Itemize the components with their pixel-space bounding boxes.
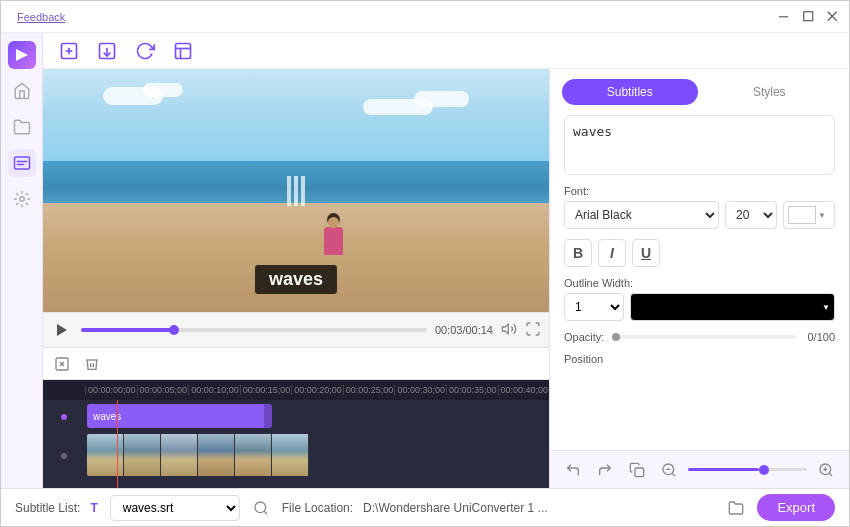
ruler-mark-4: 00:00:20;00 xyxy=(291,385,343,395)
progress-track[interactable] xyxy=(81,328,427,332)
undo-button[interactable] xyxy=(560,457,586,483)
ruler-mark-5: 00:00:25;00 xyxy=(343,385,395,395)
import-button[interactable] xyxy=(93,37,121,65)
redo-button[interactable] xyxy=(592,457,618,483)
video-preview: waves xyxy=(43,69,549,312)
italic-button[interactable]: I xyxy=(598,239,626,267)
video-subtitle-overlay: waves xyxy=(255,265,337,294)
refresh-button[interactable] xyxy=(131,37,159,65)
content-area: waves 00:03/00:14 xyxy=(43,33,849,488)
minimize-button[interactable] xyxy=(777,9,793,25)
timeline-btn-1[interactable] xyxy=(51,353,73,375)
svg-rect-20 xyxy=(635,468,644,477)
sidebar-item-files[interactable] xyxy=(8,113,36,141)
zoom-track[interactable] xyxy=(688,468,807,471)
track-labels xyxy=(43,400,85,488)
app-logo xyxy=(8,41,36,69)
fullscreen-button[interactable] xyxy=(525,321,541,340)
bottom-bar: Subtitle List: T waves.srt File Location… xyxy=(1,488,849,526)
playhead[interactable] xyxy=(117,400,118,488)
svg-line-22 xyxy=(672,473,675,476)
settings-button[interactable] xyxy=(169,37,197,65)
tab-styles[interactable]: Styles xyxy=(702,79,838,105)
video-track-indicator xyxy=(61,453,67,459)
file-location-value: D:\Wondershare UniConverter 1 ... xyxy=(363,501,715,515)
svg-line-25 xyxy=(829,473,832,476)
work-area: waves 00:03/00:14 xyxy=(43,69,849,488)
sidebar-item-home[interactable] xyxy=(8,77,36,105)
svg-marker-16 xyxy=(502,324,508,333)
maximize-button[interactable] xyxy=(801,9,817,25)
outline-section: Outline Width: 1 ▼ xyxy=(564,277,835,321)
font-size-select[interactable]: 20 xyxy=(725,201,777,229)
text-color-arrow: ▼ xyxy=(818,211,826,220)
cloud-4 xyxy=(414,91,469,107)
subtitle-clip-resize-handle[interactable] xyxy=(264,404,272,428)
timeline-section: 00:00:00;00 00:00:05;00 00:00:10;00 00:0… xyxy=(43,348,549,488)
feedback-link[interactable]: Feedback xyxy=(17,11,65,23)
play-button[interactable] xyxy=(51,319,73,341)
underline-button[interactable]: U xyxy=(632,239,660,267)
window-controls xyxy=(777,9,841,25)
opacity-value: 0/100 xyxy=(805,331,835,343)
zoom-out-button[interactable] xyxy=(656,457,682,483)
copy-button[interactable] xyxy=(624,457,650,483)
export-button[interactable]: Export xyxy=(757,494,835,521)
subtitle-text-input[interactable] xyxy=(564,115,835,175)
filmstrip-frame-2 xyxy=(124,434,161,476)
filmstrip-frame-3 xyxy=(161,434,198,476)
tab-subtitles[interactable]: Subtitles xyxy=(562,79,698,105)
top-toolbar xyxy=(43,33,849,69)
outline-width-select[interactable]: 1 xyxy=(564,293,624,321)
ruler-mark-0: 00:00:00;00 xyxy=(85,385,137,395)
right-panel: Subtitles Styles Font: Arial Black xyxy=(549,69,849,488)
subtitle-clip[interactable]: waves xyxy=(87,404,272,428)
video-filmstrip[interactable] xyxy=(87,434,309,476)
cloud-2 xyxy=(143,83,183,97)
text-color-swatch xyxy=(788,206,816,224)
track-label-video xyxy=(43,434,85,478)
subtitle-track-indicator xyxy=(61,414,67,420)
svg-rect-1 xyxy=(804,11,813,20)
tracks-area: waves xyxy=(85,400,549,488)
svg-rect-0 xyxy=(779,16,788,17)
text-color-picker[interactable]: ▼ xyxy=(783,201,835,229)
track-label-subtitle xyxy=(43,404,85,430)
outline-label: Outline Width: xyxy=(564,277,835,289)
ruler-mark-6: 00:00:30;00 xyxy=(394,385,446,395)
file-location-label: File Location: xyxy=(282,501,353,515)
bold-button[interactable]: B xyxy=(564,239,592,267)
ruler-mark-1: 00:00:05;00 xyxy=(137,385,189,395)
new-project-button[interactable] xyxy=(55,37,83,65)
search-subtitle-button[interactable] xyxy=(250,497,272,519)
outline-row: 1 ▼ xyxy=(564,293,835,321)
video-section: waves 00:03/00:14 xyxy=(43,69,549,488)
timeline-tracks: waves xyxy=(43,400,549,488)
svg-rect-4 xyxy=(14,157,29,169)
sidebar xyxy=(1,33,43,488)
volume-button[interactable] xyxy=(501,321,517,340)
opacity-track[interactable] xyxy=(612,335,797,339)
svg-point-7 xyxy=(19,197,24,202)
outline-color-picker[interactable]: ▼ xyxy=(630,293,835,321)
position-label: Position xyxy=(564,353,835,365)
close-button[interactable] xyxy=(825,9,841,25)
ruler-marks: 00:00:00;00 00:00:05;00 00:00:10;00 00:0… xyxy=(43,385,549,395)
sidebar-item-effects[interactable] xyxy=(8,185,36,213)
font-select[interactable]: Arial Black xyxy=(564,201,719,229)
svg-point-28 xyxy=(255,502,266,513)
timeline-btn-2[interactable] xyxy=(81,353,103,375)
outline-color-arrow: ▼ xyxy=(822,303,830,312)
zoom-in-button[interactable] xyxy=(813,457,839,483)
timeline-ruler: 00:00:00;00 00:00:05;00 00:00:10;00 00:0… xyxy=(43,380,549,400)
playback-bar: 00:03/00:14 xyxy=(43,312,549,348)
subtitle-list-select[interactable]: waves.srt xyxy=(110,495,240,521)
person-body xyxy=(324,227,343,255)
ruler-mark-2: 00:00:10;00 xyxy=(188,385,240,395)
svg-rect-12 xyxy=(176,43,191,58)
browse-location-button[interactable] xyxy=(725,497,747,519)
sidebar-item-subtitles[interactable] xyxy=(8,149,36,177)
panel-content: Font: Arial Black 20 ▼ xyxy=(550,105,849,450)
opacity-row: Opacity: 0/100 xyxy=(564,331,835,343)
font-row: Arial Black 20 ▼ xyxy=(564,201,835,229)
